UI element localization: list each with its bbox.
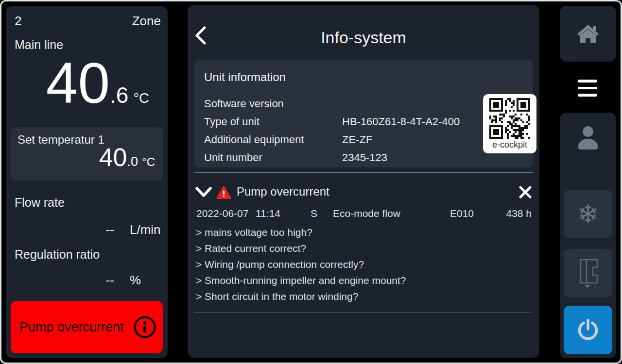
table-row: Software version: [204, 95, 474, 113]
qr-code-label: e-cockpit: [492, 140, 527, 150]
alarm-banner-label: Pump overcurrent: [19, 320, 124, 335]
power-icon: [576, 318, 600, 342]
regulation-ratio-value: -- %: [6, 273, 164, 288]
set-temperature-label: Set temperatur 1: [17, 133, 104, 147]
sidebar-item-mold[interactable]: [564, 249, 612, 298]
qr-code: [489, 98, 531, 139]
sidebar-item-user[interactable]: [560, 113, 616, 166]
info-icon: [133, 315, 157, 339]
alarm-class: S: [311, 208, 333, 219]
alarm-date: 2022-06-07: [196, 208, 256, 219]
sidebar-item-cooling[interactable]: ❄: [564, 190, 612, 238]
unit-information-section: Unit information Software version Type o…: [194, 60, 533, 167]
warning-icon: [216, 186, 231, 199]
unit-information-rows: Software version Type of unit HB-160Z61-…: [204, 95, 474, 166]
table-row: Unit number 2345-123: [204, 149, 474, 166]
alarm-checklist: > mains voltage too high? > Rated curren…: [196, 224, 406, 304]
flow-rate-value: -- L/min: [6, 222, 164, 237]
alarm-operating-hours: 438 h: [506, 208, 532, 219]
user-icon: [576, 125, 600, 153]
close-icon[interactable]: [518, 185, 532, 199]
zone-number: 2: [15, 14, 21, 29]
list-item: > Short circuit in the motor winding?: [196, 288, 406, 304]
section-divider: [194, 172, 533, 173]
main-line-temperature: 40 .6 °C: [6, 54, 149, 112]
alarm-entry-header: Pump overcurrent: [195, 183, 532, 202]
zone-label: Zone: [132, 14, 161, 29]
main-line-label: Main line: [15, 38, 63, 52]
table-row: Type of unit HB-160Z61-8-4T-A2-400: [204, 113, 474, 131]
info-system-panel: Info-system Unit information Software ve…: [188, 5, 539, 358]
alarm-mode: Eco-mode flow: [333, 208, 450, 219]
flow-rate-label: Flow rate: [15, 196, 65, 210]
alarm-error-code: E010: [450, 208, 506, 219]
sidebar-item-menu[interactable]: [554, 63, 616, 113]
set-temperature-card[interactable]: Set temperatur 1 40 .0 °C: [11, 127, 163, 181]
table-row: Additional equipment ZE-ZF: [204, 131, 474, 149]
list-item: > Rated current correct?: [196, 240, 406, 256]
section-divider: [194, 313, 531, 313]
menu-icon: [578, 80, 597, 97]
temp-unit: °C: [133, 91, 149, 105]
power-button[interactable]: [564, 306, 612, 354]
snowflake-icon: ❄: [577, 199, 599, 230]
list-item: > Wiring /pump connection correctly?: [196, 256, 406, 272]
page-title: Info-system: [188, 28, 539, 47]
alarm-banner-button[interactable]: Pump overcurrent: [11, 301, 163, 353]
sidebar-group: ❄: [560, 113, 616, 358]
zone-header: 2 Zone: [15, 14, 161, 29]
zone-status-panel: 2 Zone Main line 40 .6 °C Set temperatur…: [6, 6, 168, 358]
temp-integer: 40: [46, 54, 110, 112]
list-item: > Smooth-running impeller and engine mou…: [196, 272, 406, 288]
chevron-down-icon[interactable]: [195, 187, 212, 198]
mold-icon: [577, 258, 599, 288]
sidebar-item-home[interactable]: [560, 6, 616, 62]
alarm-detail-row: 2022-06-07 11:14 S Eco-mode flow E010 43…: [196, 208, 532, 219]
unit-information-title: Unit information: [204, 70, 286, 84]
alarm-time: 11:14: [256, 208, 311, 219]
set-temperature-value: 40 .0 °C: [99, 145, 155, 170]
hmi-screen: 2 Zone Main line 40 .6 °C Set temperatur…: [0, 0, 622, 364]
qr-code-card: e-cockpit: [483, 94, 536, 153]
home-icon: [576, 24, 600, 44]
temp-decimal: .6: [110, 84, 128, 106]
alarm-title: Pump overcurrent: [237, 185, 329, 199]
regulation-ratio-label: Regulation ratio: [15, 248, 100, 262]
list-item: > mains voltage too high?: [196, 224, 406, 240]
